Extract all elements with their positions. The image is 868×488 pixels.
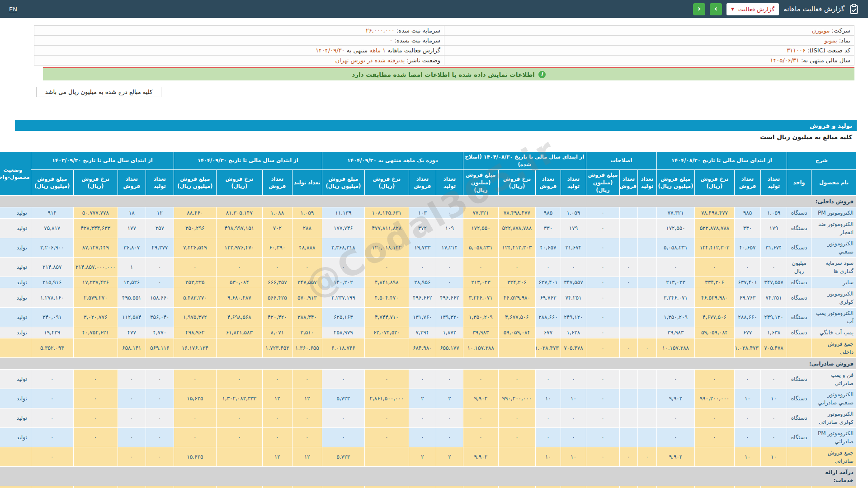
value-cell <box>73 447 118 467</box>
column-header: نرخ فروش (ریال) <box>694 170 734 196</box>
column-header: تعداد تولید <box>561 170 586 196</box>
column-header: تعداد فروش <box>619 170 637 196</box>
language-en-link[interactable]: EN <box>9 6 17 13</box>
section-header-row: درآمد ارائه خدمات: <box>0 467 857 486</box>
value-cell: ۳۵۰,۲۹۶ <box>174 219 216 238</box>
product-name-cell: الکتروموتور کولري صادراتي <box>811 408 857 428</box>
value-cell <box>216 338 262 358</box>
value-cell: ۰ <box>174 408 216 428</box>
product-name-cell: الکتروموتور PM صادراتي <box>811 428 857 447</box>
value-cell: ۱۷۷ <box>118 219 146 238</box>
value-cell <box>364 486 409 488</box>
value-cell: ۱۷۷,۷۴۶ <box>322 219 364 238</box>
value-cell: ۱,۶۳۸ <box>760 327 787 338</box>
product-name-cell: الکتروموتور کولري <box>811 288 857 308</box>
status-cell: تولید <box>0 327 31 338</box>
value-cell: ۴,۶۷۷,۵۰۶ <box>694 308 734 327</box>
nav-prev-button[interactable]: ‹ <box>693 3 705 15</box>
value-cell: ۱۲ <box>262 447 292 467</box>
value-cell: ۵,۳۵۲,۰۹۴ <box>31 338 73 358</box>
value-cell: ۰ <box>31 447 73 467</box>
value-cell: ۵۰,۷۷۷,۷۷۸ <box>73 207 118 219</box>
unit-cell <box>787 486 811 488</box>
value-cell: ۳۹,۹۸۳ <box>656 327 694 338</box>
unit-cell: میلیون ریال <box>787 258 811 277</box>
value-cell: ۱۸ <box>118 207 146 219</box>
value-cell: ۱۵,۶۲۵ <box>174 447 216 467</box>
value-cell: ۱۰ <box>760 389 787 408</box>
info-value: ۱ ماهه <box>369 47 386 54</box>
status-cell: تولید <box>0 428 31 447</box>
company-info: شرکت: موتوژنسرمایه ثبت شده: ۲۶,۰۰۰,۰۰۰نم… <box>34 25 854 66</box>
value-cell: ۴۹۸,۹۶۲ <box>174 327 216 338</box>
value-cell: ۰ <box>760 258 787 277</box>
value-cell: ۷۷,۳۲۱ <box>463 207 498 219</box>
value-cell: ۱۰ <box>535 447 561 467</box>
value-cell: ۰ <box>734 428 760 447</box>
product-name-cell: الکتروموتور صنعتي <box>811 238 857 258</box>
report-type-dropdown[interactable]: گزارش فعالیت ▼ <box>726 3 779 15</box>
value-cell: ۱۰ <box>561 389 586 408</box>
value-cell: ۰ <box>586 428 619 447</box>
value-cell: ۰ <box>292 258 322 277</box>
value-cell: ۱,۰۳۸,۴۷۳ <box>535 338 561 358</box>
value-cell: ۰ <box>619 277 637 288</box>
value-cell: ۰ <box>436 428 463 447</box>
value-cell: ۹۹۰,۲۰۰,۰۰۰ <box>498 389 535 408</box>
column-header-status: وضعیت محصول-واحد <box>0 152 31 196</box>
value-cell: ۰ <box>216 428 262 447</box>
nav-next-button[interactable]: › <box>710 3 722 15</box>
value-cell <box>619 428 637 447</box>
value-cell: ۰ <box>31 389 73 408</box>
value-cell: ۷۴,۲۵۱ <box>760 288 787 308</box>
value-cell: ۷۴,۲۵۱ <box>561 288 586 308</box>
column-group-header: از ابتدای سال مالی تا تاریخ ۱۴۰۴/۰۸/۳۰ <box>656 152 787 170</box>
column-header: تعداد تولید <box>292 170 322 196</box>
value-cell: ۵,۰۵۸,۲۳۱ <box>656 238 694 258</box>
product-name-cell: الکتروموتور PM <box>811 207 857 219</box>
value-cell: ۰ <box>409 258 436 277</box>
info-value: پذیرفته شده در بورس تهران <box>335 57 405 64</box>
value-cell: ۰ <box>586 308 619 327</box>
value-cell: ۷۵,۸۱۷ <box>31 219 73 238</box>
value-cell: ۷,۳۹۴ <box>409 327 436 338</box>
value-cell: ۳۱,۶۷۴ <box>561 238 586 258</box>
value-cell: ۰ <box>146 277 174 288</box>
value-cell: ۰ <box>118 486 146 488</box>
value-cell: ۰ <box>637 486 656 488</box>
value-cell: ۰ <box>292 486 322 488</box>
value-cell: ۰ <box>535 486 561 488</box>
value-cell: ۲۸۸,۶۶۰ <box>535 308 561 327</box>
company-info-cell: کد صنعت (ISIC): ۳۱۱۰۰۶ <box>444 46 854 56</box>
value-cell: ۳۳۰ <box>535 219 561 238</box>
value-cell <box>694 447 734 467</box>
value-cell <box>619 370 637 389</box>
value-cell: ۶۸۴,۹۸۰ <box>409 338 436 358</box>
section-header-row: فروش صادراتی: <box>0 358 857 370</box>
value-cell <box>637 258 656 277</box>
unit-cell: دستگاه <box>787 370 811 389</box>
info-value: ۱۴۰۴/۰۹/۳۰ <box>316 47 345 54</box>
value-cell: ۱۱۲,۵۸۴ <box>118 308 146 327</box>
value-cell: ۰ <box>586 447 619 467</box>
value-cell: ۶۳۷,۴۰۱ <box>734 277 760 288</box>
value-cell: ۰ <box>734 408 760 428</box>
info-value: ۱۴۰۵/۰۶/۳۱ <box>770 57 799 64</box>
value-cell: ۰ <box>174 370 216 389</box>
value-cell: ۱,۰۵۹ <box>561 207 586 219</box>
value-cell: ۶۱,۸۲۱,۵۸۳ <box>216 327 262 338</box>
value-cell: ۰ <box>535 370 561 389</box>
value-cell: ۰ <box>586 207 619 219</box>
info-value: ۳۱۱۰۰۶ <box>787 47 806 54</box>
value-cell: ۷۰۵,۴۷۸ <box>561 338 586 358</box>
value-cell <box>619 288 637 308</box>
value-cell: ۰ <box>656 258 694 277</box>
value-cell: ۴۹,۳۷۷ <box>146 238 174 258</box>
info-label: نماد: <box>839 37 850 44</box>
value-cell: ۱۵,۶۲۵ <box>174 389 216 408</box>
report-clipboard-icon <box>849 4 859 14</box>
value-cell: ۴۷۷ <box>118 327 146 338</box>
value-cell: ۰ <box>760 428 787 447</box>
column-header: تعداد فروش <box>118 170 146 196</box>
value-cell: ۴,۷۴۴,۷۱۰ <box>364 308 409 327</box>
